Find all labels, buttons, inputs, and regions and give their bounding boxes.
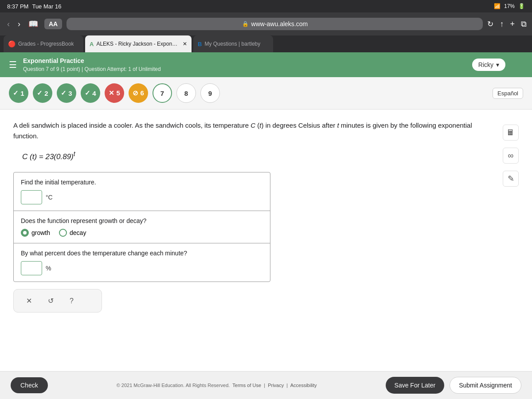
time-display: 8:37 PM	[7, 3, 28, 10]
undo-button[interactable]: ↺	[44, 295, 57, 307]
header-left: ☰ Exponential Practice Question 7 of 9 (…	[9, 57, 161, 73]
bartleby-tab-label: My Questions | bartleby	[204, 41, 260, 47]
terms-link[interactable]: Terms of Use	[232, 383, 261, 388]
status-bar: 8:37 PM Tue Mar 16 📶 17% 🔋	[0, 0, 532, 12]
question-main: A deli sandwich is placed inside a coole…	[13, 120, 496, 360]
question-btn-5[interactable]: ✕ 5	[105, 83, 124, 103]
date-display: Tue Mar 16	[32, 3, 61, 10]
url-bar[interactable]: 🔒 www-awu.aleks.com	[66, 18, 483, 30]
growth-decay-label: Does the function represent growth or de…	[21, 217, 263, 224]
question-btn-2[interactable]: ✓ 2	[33, 83, 52, 103]
user-menu-button[interactable]: Ricky ▾	[472, 59, 505, 71]
tab-bar: 🔴 Grades - ProgressBook A ALEKS - Ricky …	[0, 35, 532, 52]
footer: Check © 2021 McGraw-Hill Education. All …	[0, 371, 532, 399]
aleks-header: ☰ Exponential Practice Question 7 of 9 (…	[0, 52, 532, 77]
initial-temp-row: Find the initial temperature. °C	[14, 172, 270, 211]
question-btn-4[interactable]: ✓ 4	[81, 83, 100, 103]
aleks-tab-label: ALEKS - Ricky Jackson - Exponential Prac…	[96, 41, 180, 47]
accessibility-link[interactable]: Accessibility	[290, 383, 317, 388]
bookmarks-button[interactable]: 📖	[27, 17, 40, 31]
initial-temp-unit: °C	[46, 194, 53, 201]
reload-button[interactable]: ↻	[487, 20, 493, 29]
question-btn-7[interactable]: 7	[153, 83, 172, 103]
percent-change-input[interactable]	[21, 261, 42, 275]
radio-group: growth decay	[21, 229, 263, 237]
question-btn-3[interactable]: ✓ 3	[57, 83, 76, 103]
clear-button[interactable]: ✕	[23, 295, 35, 307]
aleks-tab-icon: A	[90, 41, 94, 47]
check-icon: ✓	[85, 89, 90, 97]
wifi-icon: 📶	[494, 3, 501, 9]
initial-temp-label: Find the initial temperature.	[21, 179, 263, 186]
calculator-button[interactable]: 🖩	[503, 125, 519, 141]
formula-display: C (t) = 23(0.89)t	[22, 150, 496, 161]
growth-radio[interactable]	[21, 229, 29, 237]
tabs-button[interactable]: ⧉	[521, 20, 527, 29]
question-info: Question 7 of 9 (1 point) | Question Att…	[23, 66, 161, 73]
percent-unit: %	[46, 265, 51, 272]
tab-grades[interactable]: 🔴 Grades - ProgressBook	[4, 35, 83, 52]
decay-label: decay	[70, 229, 86, 236]
menu-icon[interactable]: ☰	[9, 59, 17, 70]
url-text: www-awu.aleks.com	[251, 20, 308, 27]
tab-aleks[interactable]: A ALEKS - Ricky Jackson - Exponential Pr…	[85, 35, 192, 52]
footer-copyright: © 2021 McGraw-Hill Education. All Rights…	[48, 383, 386, 388]
question-btn-6[interactable]: ⊘ 6	[129, 83, 148, 103]
bartleby-tab-icon: B	[198, 41, 202, 47]
percent-change-row: By what percent does the temperature cha…	[14, 243, 270, 282]
new-tab-button[interactable]: +	[510, 20, 515, 29]
check-icon: ✓	[37, 89, 43, 97]
notes-button[interactable]: ✎	[503, 171, 519, 187]
privacy-link[interactable]: Privacy	[268, 383, 284, 388]
keypad: ✕ ↺ ?	[13, 289, 102, 313]
right-toolbar: 🖩 ∞ ✎	[503, 120, 519, 360]
battery-icon: 🔋	[518, 3, 525, 9]
help-button[interactable]: ?	[66, 295, 77, 307]
check-button[interactable]: Check	[11, 377, 48, 393]
lock-icon: 🔒	[242, 21, 249, 27]
check-icon: ✓	[13, 89, 19, 97]
grades-tab-label: Grades - ProgressBook	[18, 41, 74, 47]
submit-assignment-button[interactable]: Submit Assignment	[450, 377, 521, 394]
question-nav: ✓ 1 ✓ 2 ✓ 3 ✓ 4 ✕ 5 ⊘ 6 7 8 9 Español	[0, 77, 532, 110]
browser-chrome: ‹ › 📖 AA 🔒 www-awu.aleks.com ↻ ↑ + ⧉	[0, 12, 532, 35]
check-icon: ✓	[61, 89, 66, 97]
growth-option[interactable]: growth	[21, 229, 50, 237]
question-btn-1[interactable]: ✓ 1	[9, 83, 28, 103]
footer-right: Save For Later Submit Assignment	[386, 377, 521, 394]
close-tab-button[interactable]: ✕	[183, 41, 187, 47]
initial-temp-input-row: °C	[21, 190, 263, 204]
infinity-button[interactable]: ∞	[503, 148, 519, 164]
main-content: ☰ Exponential Practice Question 7 of 9 (…	[0, 52, 532, 399]
answer-table: Find the initial temperature. °C Does th…	[13, 172, 270, 282]
espanol-button[interactable]: Español	[493, 88, 523, 99]
reader-mode-button[interactable]: AA	[44, 19, 62, 29]
growth-decay-row: Does the function represent growth or de…	[14, 211, 270, 243]
battery-display: 17%	[504, 3, 515, 9]
share-button[interactable]: ↑	[500, 20, 504, 29]
initial-temp-input[interactable]	[21, 190, 42, 204]
tab-bartleby[interactable]: B My Questions | bartleby	[193, 35, 273, 52]
save-for-later-button[interactable]: Save For Later	[386, 377, 445, 394]
forward-button[interactable]: ›	[16, 18, 22, 31]
percent-change-label: By what percent does the temperature cha…	[21, 250, 263, 257]
header-text: Exponential Practice Question 7 of 9 (1 …	[23, 57, 161, 73]
browser-actions: ↻ ↑ + ⧉	[487, 20, 527, 29]
user-name: Ricky	[478, 61, 493, 68]
decay-radio[interactable]	[59, 229, 67, 237]
grades-tab-icon: 🔴	[8, 40, 16, 47]
question-area: A deli sandwich is placed inside a coole…	[0, 110, 532, 371]
question-btn-8[interactable]: 8	[176, 83, 196, 103]
question-text: A deli sandwich is placed inside a coole…	[13, 120, 496, 141]
chevron-down-icon: ▾	[496, 61, 499, 68]
percent-input-row: %	[21, 261, 263, 275]
course-title: Exponential Practice	[23, 57, 161, 66]
decay-option[interactable]: decay	[59, 229, 86, 237]
back-button[interactable]: ‹	[5, 18, 12, 31]
question-btn-9[interactable]: 9	[200, 83, 220, 103]
growth-label: growth	[31, 229, 50, 236]
